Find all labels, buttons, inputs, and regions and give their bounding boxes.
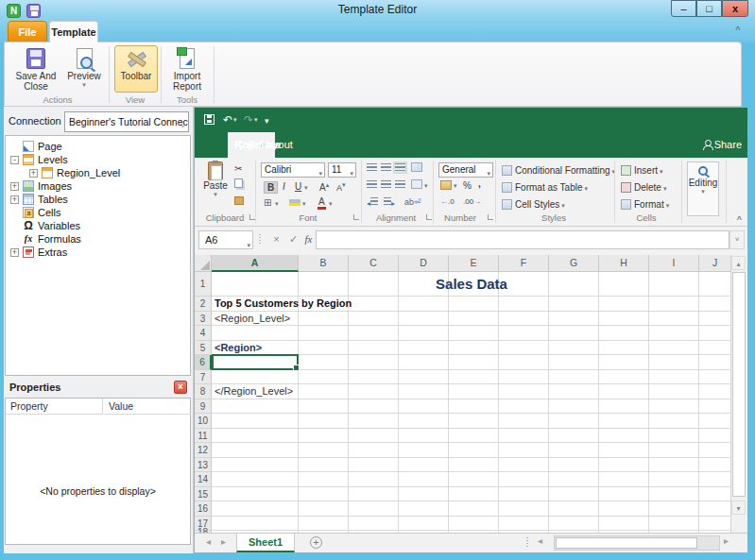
align-top-icon[interactable] — [367, 163, 377, 174]
row-header-10[interactable]: 10 — [195, 414, 212, 429]
row-header-3[interactable]: 3 — [195, 312, 212, 327]
row-header-12[interactable]: 12 — [195, 443, 212, 458]
preview-button[interactable]: Preview ▾ — [63, 45, 105, 93]
cell-A8[interactable]: </Region_Level> — [214, 384, 293, 399]
font-color-button[interactable]: A — [317, 196, 326, 210]
decrease-decimal-button[interactable]: .00→ — [463, 197, 481, 206]
minimize-button[interactable]: – — [671, 0, 696, 17]
bold-button[interactable]: B — [264, 181, 278, 194]
number-launcher-icon[interactable] — [488, 214, 493, 220]
orientation-icon[interactable] — [411, 162, 422, 172]
column-header-A[interactable]: A — [212, 255, 299, 272]
add-sheet-icon[interactable]: + — [310, 536, 322, 549]
wrap-text-icon[interactable]: ab⏎ — [404, 197, 421, 207]
row-header-1[interactable]: 1 — [195, 272, 212, 297]
ribbon-collapse-chevron-icon[interactable]: ^ — [737, 214, 742, 224]
percent-style-button[interactable]: % — [463, 180, 472, 191]
scroll-up-icon[interactable]: ▴ — [731, 256, 746, 270]
column-header-J[interactable]: J — [699, 255, 731, 272]
cell-A1[interactable]: Sales Data — [212, 272, 731, 297]
maximize-button[interactable]: □ — [696, 0, 722, 17]
expand-expander-icon[interactable]: + — [10, 182, 19, 191]
clipboard-launcher-icon[interactable] — [249, 214, 255, 220]
copy-icon[interactable] — [234, 178, 243, 188]
column-header-E[interactable]: E — [449, 255, 499, 272]
tree-item-variables[interactable]: Ω Variables — [6, 219, 190, 232]
column-header-H[interactable]: H — [599, 255, 649, 272]
spreadsheet-grid[interactable]: ABCDEFGHIJ123456789101112131415161718Sal… — [195, 255, 731, 535]
column-header-C[interactable]: C — [349, 255, 399, 272]
expand-expander-icon[interactable]: + — [10, 195, 19, 204]
insert-function-icon[interactable]: fx — [300, 230, 317, 249]
row-header-5[interactable]: 5 — [195, 341, 212, 356]
hscroll-right-icon[interactable]: ▸ — [724, 535, 729, 546]
tree-item-formulas[interactable]: fx Formulas — [6, 232, 190, 246]
italic-button[interactable]: I — [280, 181, 288, 192]
format-as-table-button[interactable]: Format as Table▾ — [502, 179, 588, 195]
row-header-2[interactable]: 2 — [195, 297, 212, 312]
tab-template[interactable]: Template — [49, 21, 98, 42]
accounting-format-icon[interactable] — [440, 180, 452, 190]
underline-caret-icon[interactable]: ▾ — [304, 184, 308, 192]
redo-icon[interactable]: ↷▾ — [244, 113, 258, 127]
close-button[interactable]: x — [722, 0, 748, 17]
excel-tab-tell-me[interactable]: Tell me — [228, 132, 290, 158]
font-name-select[interactable]: Calibri▾ — [261, 162, 325, 178]
connection-select[interactable]: Beginner's Tutorial Connection ˅ — [64, 111, 189, 132]
row-header-15[interactable]: 15 — [195, 487, 212, 502]
conditional-formatting-button[interactable]: Conditional Formatting▾ — [502, 162, 615, 178]
comma-style-button[interactable]: , — [478, 178, 481, 189]
name-box[interactable]: A6▾ — [198, 230, 253, 249]
horizontal-scroll-thumb[interactable] — [556, 537, 697, 549]
preview-dropdown-caret[interactable]: ▾ — [64, 81, 104, 89]
cancel-icon[interactable]: × — [268, 230, 284, 249]
font-launcher-icon[interactable] — [353, 214, 359, 220]
tree-item-region-level[interactable]: + Region_Level — [6, 166, 190, 179]
undo-icon[interactable]: ↶▾ — [223, 113, 237, 127]
properties-close-icon[interactable]: × — [174, 381, 187, 394]
horizontal-scrollbar[interactable] — [554, 535, 720, 551]
column-header-I[interactable]: I — [649, 255, 699, 272]
properties-col-value[interactable]: Value — [104, 399, 191, 415]
editing-button[interactable]: Editing ▾ — [687, 161, 719, 216]
delete-cells-button[interactable]: Delete▾ — [621, 179, 666, 195]
accounting-caret-icon[interactable]: ▾ — [454, 182, 457, 190]
sheet-tab-sheet1[interactable]: Sheet1 — [236, 534, 295, 552]
font-size-select[interactable]: 11▾ — [328, 162, 356, 178]
cell-A5[interactable]: <Region> — [214, 341, 262, 356]
vertical-scroll-thumb[interactable] — [732, 272, 746, 497]
cut-icon[interactable]: ✂ — [234, 163, 242, 174]
format-painter-icon[interactable] — [234, 196, 244, 205]
tab-file[interactable]: File — [8, 21, 47, 42]
column-header-B[interactable]: B — [299, 255, 349, 272]
number-format-select[interactable]: General▾ — [438, 162, 493, 178]
selected-cell-outline[interactable] — [212, 354, 299, 370]
underline-button[interactable]: U — [293, 181, 303, 192]
share-button[interactable]: Share — [704, 132, 742, 158]
formula-bar-expand-icon[interactable]: ˅ — [729, 230, 745, 249]
qat-customize-icon[interactable]: ▾ — [265, 116, 269, 126]
paste-button[interactable]: Paste ▾ — [201, 161, 230, 216]
align-center-icon[interactable] — [381, 180, 391, 191]
borders-caret-icon[interactable]: ▾ — [275, 200, 279, 208]
align-right-icon[interactable] — [395, 180, 405, 191]
select-all-corner[interactable] — [195, 255, 212, 272]
tree-item-images[interactable]: + Images — [6, 179, 190, 193]
ribbon-collapse-icon[interactable]: ^ — [731, 25, 745, 35]
grow-font-button[interactable]: A▴ — [319, 181, 329, 193]
row-header-4[interactable]: 4 — [195, 326, 212, 341]
increase-decimal-button[interactable]: ←.0 — [440, 197, 455, 206]
shrink-font-button[interactable]: A▾ — [336, 181, 346, 193]
sheet-nav-left-icon[interactable]: ◂ — [206, 536, 211, 547]
row-header-6[interactable]: 6 — [195, 355, 212, 370]
enter-icon[interactable]: ✓ — [285, 230, 301, 249]
cell-styles-button[interactable]: Cell Styles▾ — [502, 196, 565, 212]
save-and-close-button[interactable]: Save And Close — [10, 45, 61, 93]
row-header-13[interactable]: 13 — [195, 458, 212, 473]
insert-cells-button[interactable]: Insert▾ — [621, 162, 663, 178]
fill-caret-icon[interactable]: ▾ — [302, 200, 306, 208]
tree-item-tables[interactable]: + Tables — [6, 193, 190, 206]
row-header-9[interactable]: 9 — [195, 399, 212, 415]
scroll-down-icon[interactable]: ▾ — [731, 501, 746, 515]
row-header-8[interactable]: 8 — [195, 384, 212, 399]
